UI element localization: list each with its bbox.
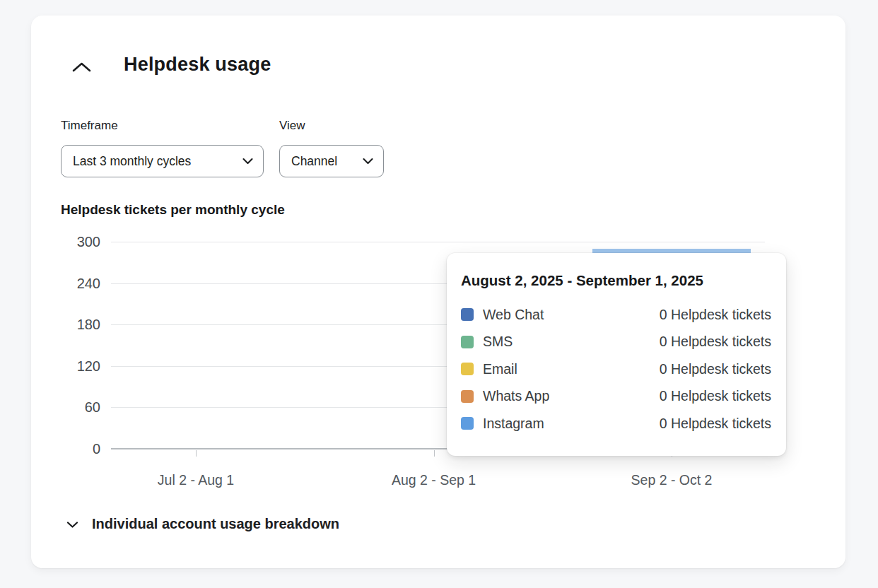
- tooltip-row: Web Chat0 Helpdesk tickets: [461, 301, 771, 329]
- tooltip-row: SMS0 Helpdesk tickets: [461, 329, 771, 356]
- x-axis-tick-label: Jul 2 - Aug 1: [104, 472, 288, 488]
- tooltip-row: Email0 Helpdesk tickets: [461, 355, 771, 383]
- helpdesk-usage-card: Helpdesk usage Timeframe View Last 3 mon…: [31, 16, 845, 568]
- series-value: 0 Helpdesk tickets: [660, 334, 771, 350]
- y-axis-tick-label: 0: [31, 442, 100, 456]
- series-label: SMS: [483, 334, 660, 350]
- series-color-swatch: [461, 308, 474, 321]
- x-axis-tick: [434, 450, 435, 457]
- gridline: [111, 242, 765, 242]
- x-axis-tick-label: Sep 2 - Oct 2: [580, 472, 763, 488]
- series-label: Instagram: [483, 416, 660, 432]
- series-color-swatch: [461, 363, 474, 375]
- x-axis-tick-label: Aug 2 - Sep 1: [342, 472, 526, 488]
- page-background: Helpdesk usage Timeframe View Last 3 mon…: [0, 0, 878, 588]
- y-axis-tick-label: 240: [31, 276, 100, 290]
- chart-tooltip: August 2, 2025 - September 1, 2025 Web C…: [447, 253, 786, 456]
- y-axis-tick-label: 180: [31, 317, 100, 331]
- series-label: Email: [483, 361, 660, 377]
- x-axis-tick: [196, 450, 197, 457]
- tooltip-date-range: August 2, 2025 - September 1, 2025: [461, 272, 771, 289]
- expand-breakdown-button[interactable]: [61, 513, 83, 536]
- series-color-swatch: [461, 417, 474, 430]
- tooltip-row: Whats App0 Helpdesk tickets: [461, 383, 771, 411]
- chevron-down-icon: [66, 521, 78, 529]
- series-value: 0 Helpdesk tickets: [660, 388, 771, 404]
- series-value: 0 Helpdesk tickets: [660, 307, 771, 323]
- tooltip-rows: Web Chat0 Helpdesk ticketsSMS0 Helpdesk …: [461, 301, 771, 437]
- tooltip-row: Instagram0 Helpdesk tickets: [461, 410, 771, 437]
- y-axis-tick-label: 60: [31, 400, 100, 414]
- y-axis-tick-label: 120: [31, 359, 100, 373]
- series-label: Web Chat: [483, 307, 660, 323]
- series-label: Whats App: [483, 388, 660, 404]
- series-value: 0 Helpdesk tickets: [660, 361, 771, 377]
- series-color-swatch: [461, 336, 474, 348]
- y-axis-tick-label: 300: [31, 235, 100, 249]
- breakdown-section-title: Individual account usage breakdown: [92, 516, 339, 532]
- series-value: 0 Helpdesk tickets: [660, 416, 771, 432]
- series-color-swatch: [461, 390, 474, 403]
